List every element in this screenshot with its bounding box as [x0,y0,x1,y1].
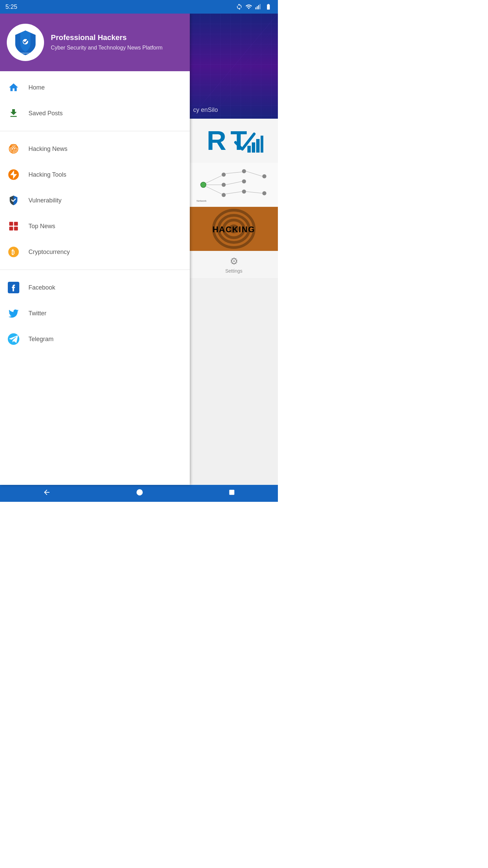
svg-rect-13 [9,222,13,225]
download-icon [7,106,20,120]
svg-rect-31 [261,136,263,153]
app-logo: PROFESSIONAL HACKERS ON SECURITY [7,24,44,61]
banner-text: cy enSilo [193,106,218,114]
app-name: Professional Hackers [51,33,163,42]
nav-item-facebook[interactable]: Facebook [0,275,190,300]
svg-point-34 [222,183,226,187]
svg-line-44 [226,172,242,174]
nav-label-hacking-tools: Hacking Tools [28,171,66,178]
card-thumb-hacking: HACKING [190,207,278,251]
svg-line-43 [206,186,222,194]
twitter-icon [7,307,20,320]
svg-rect-14 [14,222,18,225]
recents-button[interactable] [222,486,242,500]
app-subtitle: Cyber Security and Technology News Platf… [51,44,163,52]
svg-point-35 [222,193,226,197]
svg-rect-16 [14,226,18,230]
telegram-icon [7,332,20,346]
svg-text:Network: Network [197,199,207,202]
svg-text:R: R [207,125,226,156]
settings-partial-card[interactable]: ⚙ Settings [190,251,278,278]
nav-item-twitter[interactable]: Twitter [0,300,190,326]
drawer-nav: Home Saved Posts [0,71,190,485]
facebook-icon [7,281,20,294]
hero-banner: cy enSilo [190,14,278,119]
status-time: 5:25 [5,3,17,11]
svg-rect-0 [256,7,257,9]
svg-text:ON SECURITY: ON SECURITY [22,55,32,56]
svg-point-32 [201,182,206,188]
nav-label-saved-posts: Saved Posts [28,110,63,117]
nav-section-main: Home Saved Posts [0,71,190,130]
svg-point-55 [137,489,143,495]
nav-label-hacking-news: Hacking News [28,145,67,153]
status-icons [236,3,272,10]
svg-point-36 [242,169,246,173]
drawer: PROFESSIONAL HACKERS ON SECURITY Profess… [0,14,190,485]
grid-icon [7,219,20,233]
bottom-nav [0,485,278,502]
nav-section-categories: Hacking News Hacking Tools [0,133,190,268]
svg-text:PROFESSIONAL HACKERS: PROFESSIONAL HACKERS [19,52,39,54]
lightning-icon [7,168,20,181]
svg-point-10 [13,148,14,150]
status-bar: 5:25 [0,0,278,14]
nav-divider-1 [0,131,190,131]
nav-item-home[interactable]: Home [0,75,190,100]
signal-icon [255,3,262,10]
nav-divider-2 [0,270,190,270]
svg-line-48 [246,192,262,193]
card-thumb-rt: R T [190,119,278,163]
settings-gear-icon: ⚙ [230,256,238,267]
svg-rect-30 [256,139,260,153]
nav-item-hacking-news[interactable]: Hacking News [0,136,190,162]
nav-label-cryptocurrency: Cryptocurrency [28,249,70,256]
svg-line-45 [226,181,242,185]
svg-rect-29 [252,142,255,153]
svg-text:₿: ₿ [12,249,15,256]
fingerprint-icon [7,142,20,156]
app-container: PROFESSIONAL HACKERS ON SECURITY Profess… [0,14,278,485]
bitcoin-icon: ₿ [7,245,20,259]
svg-rect-56 [229,490,235,495]
sync-icon [236,3,243,10]
nav-label-facebook: Facebook [28,284,55,291]
nav-label-home: Home [28,84,45,91]
drawer-header: PROFESSIONAL HACKERS ON SECURITY Profess… [0,14,190,71]
nav-item-telegram[interactable]: Telegram [0,326,190,352]
nav-label-telegram: Telegram [28,336,54,343]
svg-rect-15 [9,226,13,230]
svg-rect-3 [260,4,261,9]
home-icon [7,81,20,94]
card-rt-logo[interactable]: R T [190,119,278,163]
svg-point-37 [242,179,246,183]
svg-line-47 [246,171,262,176]
nav-label-vulnerability: Vulnerability [28,197,61,204]
svg-point-40 [262,191,266,195]
svg-rect-28 [247,146,251,153]
card-network-diagram[interactable]: Network [190,163,278,207]
svg-point-38 [242,190,246,194]
wifi-icon [245,3,252,10]
svg-text:HACKING: HACKING [212,225,255,234]
svg-text:T: T [230,125,247,156]
home-button[interactable] [129,486,150,501]
svg-point-39 [262,174,266,178]
nav-item-top-news[interactable]: Top News [0,213,190,239]
nav-item-hacking-tools[interactable]: Hacking Tools [0,162,190,188]
nav-section-social: Facebook Twitter [0,271,190,355]
nav-item-cryptocurrency[interactable]: ₿ Cryptocurrency [0,239,190,265]
nav-label-top-news: Top News [28,223,55,230]
back-button[interactable] [36,486,58,501]
svg-line-41 [206,176,222,183]
card-hacking[interactable]: HACKING [190,207,278,251]
svg-point-21 [8,333,19,345]
drawer-title-group: Professional Hackers Cyber Security and … [51,33,163,52]
svg-rect-1 [257,6,258,9]
nav-item-saved-posts[interactable]: Saved Posts [0,100,190,126]
svg-rect-2 [258,5,259,9]
svg-line-46 [226,192,242,194]
card-thumb-network: Network [190,163,278,207]
main-content: cy enSilo R T [190,14,278,485]
nav-item-vulnerability[interactable]: Vulnerability [0,188,190,213]
